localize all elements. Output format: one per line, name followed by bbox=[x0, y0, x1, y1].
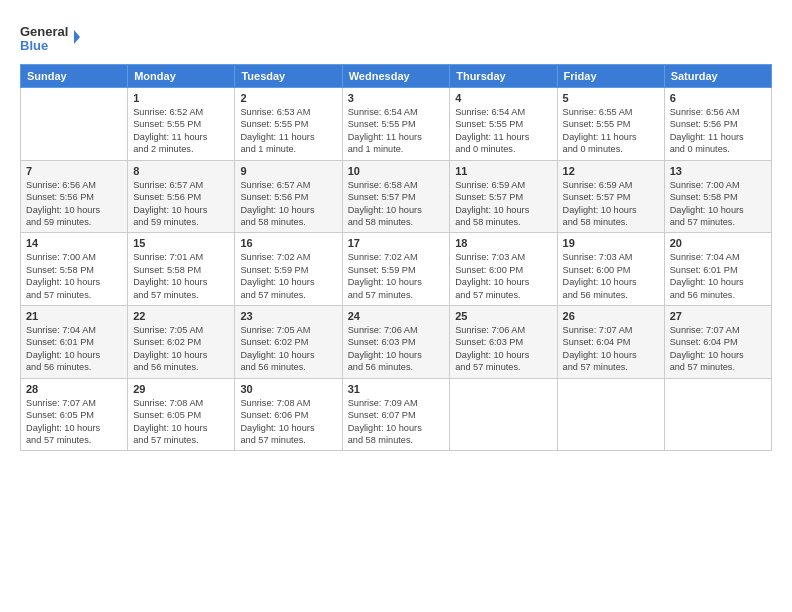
day-number: 16 bbox=[240, 237, 336, 249]
page-header: General Blue bbox=[20, 16, 772, 60]
weekday-header: Wednesday bbox=[342, 65, 450, 88]
day-number: 8 bbox=[133, 165, 229, 177]
calendar-cell: 11Sunrise: 6:59 AM Sunset: 5:57 PM Dayli… bbox=[450, 160, 557, 233]
day-number: 23 bbox=[240, 310, 336, 322]
day-info: Sunrise: 6:54 AM Sunset: 5:55 PM Dayligh… bbox=[455, 106, 551, 156]
day-number: 1 bbox=[133, 92, 229, 104]
svg-text:Blue: Blue bbox=[20, 38, 48, 53]
day-number: 14 bbox=[26, 237, 122, 249]
calendar-cell: 27Sunrise: 7:07 AM Sunset: 6:04 PM Dayli… bbox=[664, 306, 771, 379]
calendar-table: SundayMondayTuesdayWednesdayThursdayFrid… bbox=[20, 64, 772, 451]
day-info: Sunrise: 6:54 AM Sunset: 5:55 PM Dayligh… bbox=[348, 106, 445, 156]
day-info: Sunrise: 7:00 AM Sunset: 5:58 PM Dayligh… bbox=[26, 251, 122, 301]
day-number: 30 bbox=[240, 383, 336, 395]
day-info: Sunrise: 7:07 AM Sunset: 6:04 PM Dayligh… bbox=[670, 324, 766, 374]
calendar-cell: 19Sunrise: 7:03 AM Sunset: 6:00 PM Dayli… bbox=[557, 233, 664, 306]
day-info: Sunrise: 6:57 AM Sunset: 5:56 PM Dayligh… bbox=[240, 179, 336, 229]
calendar-cell bbox=[557, 378, 664, 451]
calendar-cell: 18Sunrise: 7:03 AM Sunset: 6:00 PM Dayli… bbox=[450, 233, 557, 306]
day-info: Sunrise: 7:09 AM Sunset: 6:07 PM Dayligh… bbox=[348, 397, 445, 447]
day-info: Sunrise: 7:00 AM Sunset: 5:58 PM Dayligh… bbox=[670, 179, 766, 229]
calendar-cell: 2Sunrise: 6:53 AM Sunset: 5:55 PM Daylig… bbox=[235, 88, 342, 161]
day-info: Sunrise: 7:04 AM Sunset: 6:01 PM Dayligh… bbox=[26, 324, 122, 374]
day-number: 19 bbox=[563, 237, 659, 249]
day-info: Sunrise: 6:58 AM Sunset: 5:57 PM Dayligh… bbox=[348, 179, 445, 229]
day-number: 29 bbox=[133, 383, 229, 395]
calendar-cell: 5Sunrise: 6:55 AM Sunset: 5:55 PM Daylig… bbox=[557, 88, 664, 161]
day-info: Sunrise: 6:52 AM Sunset: 5:55 PM Dayligh… bbox=[133, 106, 229, 156]
day-info: Sunrise: 7:03 AM Sunset: 6:00 PM Dayligh… bbox=[563, 251, 659, 301]
calendar-cell: 26Sunrise: 7:07 AM Sunset: 6:04 PM Dayli… bbox=[557, 306, 664, 379]
day-number: 25 bbox=[455, 310, 551, 322]
calendar-cell: 30Sunrise: 7:08 AM Sunset: 6:06 PM Dayli… bbox=[235, 378, 342, 451]
calendar-cell: 16Sunrise: 7:02 AM Sunset: 5:59 PM Dayli… bbox=[235, 233, 342, 306]
day-info: Sunrise: 7:05 AM Sunset: 6:02 PM Dayligh… bbox=[133, 324, 229, 374]
day-number: 28 bbox=[26, 383, 122, 395]
calendar-cell: 15Sunrise: 7:01 AM Sunset: 5:58 PM Dayli… bbox=[128, 233, 235, 306]
calendar-cell: 17Sunrise: 7:02 AM Sunset: 5:59 PM Dayli… bbox=[342, 233, 450, 306]
logo: General Blue bbox=[20, 20, 80, 60]
weekday-header: Sunday bbox=[21, 65, 128, 88]
day-info: Sunrise: 7:07 AM Sunset: 6:05 PM Dayligh… bbox=[26, 397, 122, 447]
day-info: Sunrise: 6:55 AM Sunset: 5:55 PM Dayligh… bbox=[563, 106, 659, 156]
calendar-cell: 20Sunrise: 7:04 AM Sunset: 6:01 PM Dayli… bbox=[664, 233, 771, 306]
day-number: 15 bbox=[133, 237, 229, 249]
calendar-cell: 24Sunrise: 7:06 AM Sunset: 6:03 PM Dayli… bbox=[342, 306, 450, 379]
day-number: 5 bbox=[563, 92, 659, 104]
day-info: Sunrise: 6:59 AM Sunset: 5:57 PM Dayligh… bbox=[455, 179, 551, 229]
day-info: Sunrise: 7:02 AM Sunset: 5:59 PM Dayligh… bbox=[348, 251, 445, 301]
calendar-cell: 14Sunrise: 7:00 AM Sunset: 5:58 PM Dayli… bbox=[21, 233, 128, 306]
calendar-cell: 6Sunrise: 6:56 AM Sunset: 5:56 PM Daylig… bbox=[664, 88, 771, 161]
weekday-header: Saturday bbox=[664, 65, 771, 88]
calendar-cell: 22Sunrise: 7:05 AM Sunset: 6:02 PM Dayli… bbox=[128, 306, 235, 379]
day-number: 13 bbox=[670, 165, 766, 177]
day-info: Sunrise: 7:02 AM Sunset: 5:59 PM Dayligh… bbox=[240, 251, 336, 301]
logo-svg: General Blue bbox=[20, 20, 80, 60]
day-info: Sunrise: 7:08 AM Sunset: 6:06 PM Dayligh… bbox=[240, 397, 336, 447]
day-number: 21 bbox=[26, 310, 122, 322]
day-number: 6 bbox=[670, 92, 766, 104]
svg-text:General: General bbox=[20, 24, 68, 39]
day-number: 26 bbox=[563, 310, 659, 322]
weekday-header: Tuesday bbox=[235, 65, 342, 88]
day-number: 24 bbox=[348, 310, 445, 322]
calendar-cell bbox=[450, 378, 557, 451]
day-info: Sunrise: 7:06 AM Sunset: 6:03 PM Dayligh… bbox=[455, 324, 551, 374]
day-info: Sunrise: 7:03 AM Sunset: 6:00 PM Dayligh… bbox=[455, 251, 551, 301]
weekday-header: Friday bbox=[557, 65, 664, 88]
calendar-cell: 21Sunrise: 7:04 AM Sunset: 6:01 PM Dayli… bbox=[21, 306, 128, 379]
day-info: Sunrise: 7:01 AM Sunset: 5:58 PM Dayligh… bbox=[133, 251, 229, 301]
day-number: 18 bbox=[455, 237, 551, 249]
day-number: 10 bbox=[348, 165, 445, 177]
day-number: 4 bbox=[455, 92, 551, 104]
calendar-cell bbox=[21, 88, 128, 161]
calendar-cell bbox=[664, 378, 771, 451]
day-info: Sunrise: 7:07 AM Sunset: 6:04 PM Dayligh… bbox=[563, 324, 659, 374]
svg-marker-2 bbox=[74, 30, 80, 44]
day-info: Sunrise: 7:05 AM Sunset: 6:02 PM Dayligh… bbox=[240, 324, 336, 374]
day-info: Sunrise: 6:53 AM Sunset: 5:55 PM Dayligh… bbox=[240, 106, 336, 156]
day-number: 20 bbox=[670, 237, 766, 249]
day-info: Sunrise: 6:56 AM Sunset: 5:56 PM Dayligh… bbox=[670, 106, 766, 156]
day-number: 2 bbox=[240, 92, 336, 104]
calendar-cell: 12Sunrise: 6:59 AM Sunset: 5:57 PM Dayli… bbox=[557, 160, 664, 233]
day-info: Sunrise: 6:59 AM Sunset: 5:57 PM Dayligh… bbox=[563, 179, 659, 229]
day-number: 17 bbox=[348, 237, 445, 249]
day-number: 12 bbox=[563, 165, 659, 177]
calendar-cell: 29Sunrise: 7:08 AM Sunset: 6:05 PM Dayli… bbox=[128, 378, 235, 451]
calendar-cell: 28Sunrise: 7:07 AM Sunset: 6:05 PM Dayli… bbox=[21, 378, 128, 451]
day-number: 11 bbox=[455, 165, 551, 177]
day-info: Sunrise: 7:08 AM Sunset: 6:05 PM Dayligh… bbox=[133, 397, 229, 447]
calendar-cell: 3Sunrise: 6:54 AM Sunset: 5:55 PM Daylig… bbox=[342, 88, 450, 161]
weekday-header: Monday bbox=[128, 65, 235, 88]
calendar-cell: 8Sunrise: 6:57 AM Sunset: 5:56 PM Daylig… bbox=[128, 160, 235, 233]
day-number: 22 bbox=[133, 310, 229, 322]
calendar-cell: 10Sunrise: 6:58 AM Sunset: 5:57 PM Dayli… bbox=[342, 160, 450, 233]
calendar-cell: 4Sunrise: 6:54 AM Sunset: 5:55 PM Daylig… bbox=[450, 88, 557, 161]
day-number: 9 bbox=[240, 165, 336, 177]
weekday-header: Thursday bbox=[450, 65, 557, 88]
day-info: Sunrise: 7:04 AM Sunset: 6:01 PM Dayligh… bbox=[670, 251, 766, 301]
day-info: Sunrise: 6:57 AM Sunset: 5:56 PM Dayligh… bbox=[133, 179, 229, 229]
calendar-cell: 7Sunrise: 6:56 AM Sunset: 5:56 PM Daylig… bbox=[21, 160, 128, 233]
day-number: 27 bbox=[670, 310, 766, 322]
